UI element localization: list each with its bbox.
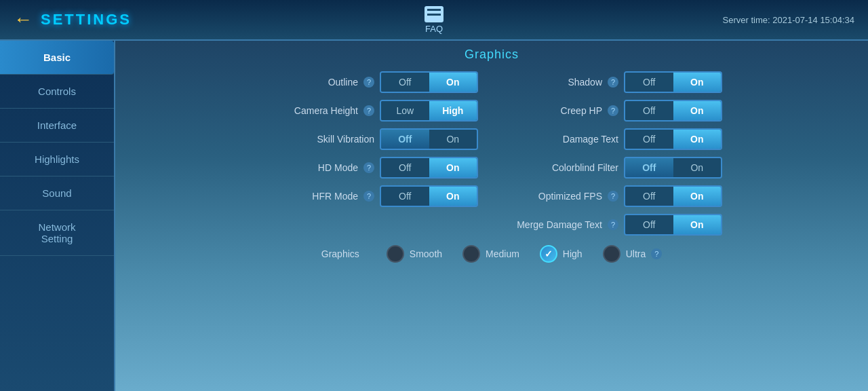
- optimized-fps-on[interactable]: On: [673, 187, 722, 206]
- hfr-mode-toggle: Off On: [380, 185, 478, 207]
- outline-label: Outline: [277, 77, 358, 88]
- skill-vibration-on[interactable]: On: [429, 130, 477, 149]
- settings-columns: Outline ? Off On Camera Height ? Low Hig…: [136, 71, 848, 236]
- camera-height-help[interactable]: ?: [363, 105, 374, 116]
- creep-hp-help[interactable]: ?: [608, 105, 618, 116]
- creep-hp-on[interactable]: On: [673, 101, 722, 120]
- outline-on[interactable]: On: [429, 73, 477, 92]
- hd-mode-toggle: Off On: [380, 157, 478, 179]
- graphics-quality-row: Graphics Smooth Medium High Ultra ?: [136, 245, 848, 263]
- creep-hp-toggle: Off On: [624, 100, 722, 122]
- faq-icon: [425, 6, 443, 22]
- shadow-on[interactable]: On: [673, 73, 722, 92]
- smooth-label: Smooth: [410, 248, 442, 259]
- outline-row: Outline ? Off On: [261, 71, 478, 93]
- creep-hp-label: Creep HP: [521, 105, 602, 116]
- colorblind-toggle: Off On: [624, 157, 722, 179]
- main-layout: Basic Controls Interface Highlights Soun…: [0, 41, 868, 391]
- hfr-mode-on[interactable]: On: [429, 187, 477, 206]
- damage-text-label: Damage Text: [537, 134, 618, 145]
- optimized-fps-toggle: Off On: [624, 185, 722, 207]
- camera-low[interactable]: Low: [381, 101, 429, 120]
- sidebar-item-controls[interactable]: Controls: [0, 75, 114, 109]
- outline-off[interactable]: Off: [381, 73, 429, 92]
- colorblind-on[interactable]: On: [673, 158, 722, 177]
- sidebar: Basic Controls Interface Highlights Soun…: [0, 41, 115, 391]
- server-time: Server time: 2021-07-14 15:04:34: [723, 15, 854, 25]
- faq-label: FAQ: [425, 24, 443, 34]
- camera-high[interactable]: High: [429, 101, 477, 120]
- camera-height-row: Camera Height ? Low High: [261, 100, 478, 122]
- ultra-help[interactable]: ?: [651, 248, 662, 259]
- outline-toggle: Off On: [380, 71, 478, 93]
- shadow-toggle: Off On: [624, 71, 722, 93]
- graphics-quality-label: Graphics: [321, 248, 359, 259]
- damage-text-on[interactable]: On: [673, 130, 722, 149]
- sidebar-item-network[interactable]: NetworkSetting: [0, 210, 114, 256]
- ultra-radio[interactable]: [603, 245, 620, 263]
- sidebar-item-basic[interactable]: Basic: [0, 41, 114, 75]
- ultra-label: Ultra: [626, 248, 646, 259]
- optimized-fps-row: Optimized FPS ? Off On: [492, 185, 722, 207]
- right-column: Shadow ? Off On Creep HP ? Off On: [492, 71, 722, 236]
- quality-high[interactable]: High: [540, 245, 583, 263]
- colorblind-row: Colorblind Filter Off On: [492, 157, 722, 179]
- merge-damage-on[interactable]: On: [673, 215, 722, 234]
- optimized-fps-off[interactable]: Off: [625, 187, 673, 206]
- hfr-mode-row: HFR Mode ? Off On: [261, 185, 478, 207]
- smooth-radio[interactable]: [387, 245, 404, 263]
- skill-vibration-off[interactable]: Off: [381, 130, 429, 149]
- skill-vibration-label: Skill Vibration: [293, 134, 374, 145]
- back-button[interactable]: ←: [14, 9, 33, 31]
- damage-text-toggle: Off On: [624, 128, 722, 150]
- damage-text-row: Damage Text Off On: [492, 128, 722, 150]
- quality-ultra[interactable]: Ultra ?: [603, 245, 663, 263]
- camera-height-toggle: Low High: [380, 100, 478, 122]
- merge-damage-toggle: Off On: [624, 214, 722, 236]
- sidebar-item-sound[interactable]: Sound: [0, 176, 114, 210]
- quality-medium[interactable]: Medium: [462, 245, 519, 263]
- medium-label: Medium: [486, 248, 519, 259]
- high-label: High: [563, 248, 583, 259]
- content-area: Graphics Outline ? Off On Camera Height …: [115, 41, 868, 391]
- shadow-row: Shadow ? Off On: [492, 71, 722, 93]
- hfr-mode-label: HFR Mode: [277, 191, 358, 202]
- merge-damage-label: Merge Damage Text: [517, 219, 602, 230]
- optimized-fps-label: Optimized FPS: [521, 191, 602, 202]
- merge-damage-row: Merge Damage Text ? Off On: [492, 214, 722, 236]
- colorblind-off[interactable]: Off: [625, 158, 673, 177]
- colorblind-label: Colorblind Filter: [537, 162, 618, 173]
- skill-vibration-toggle: Off On: [380, 128, 478, 150]
- hd-mode-off[interactable]: Off: [381, 158, 429, 177]
- hfr-mode-help[interactable]: ?: [363, 191, 374, 202]
- shadow-label: Shadow: [521, 77, 602, 88]
- hd-mode-help[interactable]: ?: [363, 162, 374, 173]
- header: ← SETTINGS FAQ Server time: 2021-07-14 1…: [0, 0, 868, 41]
- medium-radio[interactable]: [462, 245, 480, 263]
- optimized-fps-help[interactable]: ?: [608, 191, 618, 202]
- shadow-help[interactable]: ?: [608, 77, 618, 88]
- hd-mode-on[interactable]: On: [429, 158, 477, 177]
- page-title: SETTINGS: [41, 11, 132, 29]
- faq-button[interactable]: FAQ: [425, 6, 443, 34]
- creep-hp-row: Creep HP ? Off On: [492, 100, 722, 122]
- shadow-off[interactable]: Off: [625, 73, 673, 92]
- hd-mode-label: HD Mode: [277, 162, 358, 173]
- merge-damage-help[interactable]: ?: [608, 219, 618, 230]
- hfr-mode-off[interactable]: Off: [381, 187, 429, 206]
- merge-damage-off[interactable]: Off: [625, 215, 673, 234]
- sidebar-item-interface[interactable]: Interface: [0, 109, 114, 143]
- creep-hp-off[interactable]: Off: [625, 101, 673, 120]
- damage-text-off[interactable]: Off: [625, 130, 673, 149]
- sidebar-item-highlights[interactable]: Highlights: [0, 143, 114, 176]
- left-column: Outline ? Off On Camera Height ? Low Hig…: [261, 71, 478, 236]
- skill-vibration-row: Skill Vibration Off On: [261, 128, 478, 150]
- high-radio[interactable]: [540, 245, 557, 263]
- hd-mode-row: HD Mode ? Off On: [261, 157, 478, 179]
- quality-smooth[interactable]: Smooth: [387, 245, 442, 263]
- outline-help[interactable]: ?: [363, 77, 374, 88]
- section-title: Graphics: [136, 48, 848, 62]
- camera-height-label: Camera Height: [277, 105, 358, 116]
